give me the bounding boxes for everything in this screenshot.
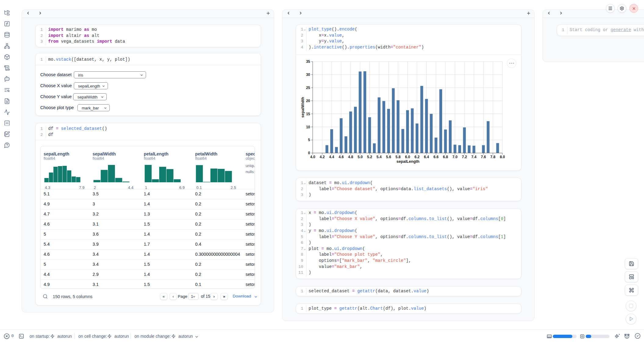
svg-text:6.8: 6.8: [443, 155, 448, 159]
svg-text:7.6: 7.6: [481, 155, 486, 159]
svg-text:7.4: 7.4: [471, 155, 477, 159]
svg-text:5.2: 5.2: [367, 155, 372, 159]
svg-text:6.4: 6.4: [424, 155, 429, 159]
svg-text:4.2: 4.2: [320, 155, 325, 159]
svg-text:5.0: 5.0: [358, 155, 363, 159]
svg-text:5: 5: [308, 138, 310, 142]
svg-text:30: 30: [306, 73, 310, 77]
svg-text:4.0: 4.0: [310, 155, 315, 159]
svg-text:15: 15: [306, 112, 310, 116]
svg-text:5.4: 5.4: [377, 155, 382, 159]
svg-text:7.0: 7.0: [453, 155, 458, 159]
svg-text:6.6: 6.6: [433, 155, 438, 159]
svg-text:7.8: 7.8: [490, 155, 496, 159]
svg-text:25: 25: [306, 86, 310, 90]
svg-text:4.6: 4.6: [338, 155, 344, 159]
svg-text:10: 10: [306, 125, 310, 129]
svg-text:4.4: 4.4: [329, 155, 334, 159]
svg-text:5.6: 5.6: [386, 155, 391, 159]
svg-text:5.8: 5.8: [395, 155, 401, 159]
svg-text:6.0: 6.0: [405, 155, 410, 159]
svg-text:8.0: 8.0: [500, 155, 505, 159]
svg-text:6.2: 6.2: [414, 155, 420, 159]
svg-text:sepalWidth: sepalWidth: [300, 97, 305, 118]
svg-text:0: 0: [308, 151, 310, 155]
svg-text:35: 35: [306, 59, 310, 64]
svg-text:7.2: 7.2: [462, 155, 467, 159]
svg-text:4.8: 4.8: [348, 155, 353, 159]
svg-text:sepalLength: sepalLength: [396, 159, 420, 164]
svg-text:20: 20: [306, 99, 310, 103]
